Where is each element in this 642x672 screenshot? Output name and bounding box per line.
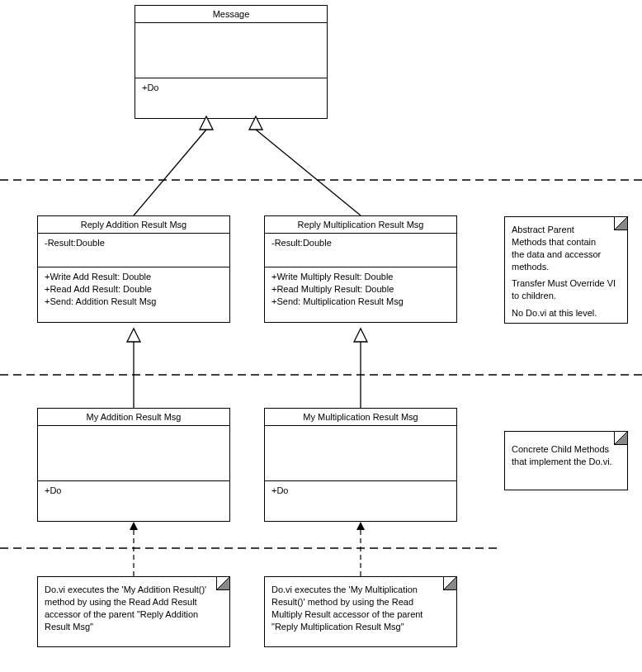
class-attributes — [135, 23, 327, 78]
class-reply-addition: Reply Addition Result Msg -Result:Double… — [37, 215, 230, 323]
class-attributes — [265, 426, 456, 481]
note-line: Abstract Parent — [512, 224, 619, 236]
arrowhead-icon — [356, 522, 365, 530]
note-line: methods. — [512, 261, 619, 273]
class-attributes: -Result:Double — [265, 234, 456, 267]
class-name: My Multiplication Result Msg — [265, 409, 456, 426]
note-abstract-parent: Abstract Parent Methods that contain the… — [504, 216, 628, 324]
note-text: Do.vi executes the 'My Multiplication Re… — [271, 584, 448, 632]
class-reply-multiplication: Reply Multiplication Result Msg -Result:… — [264, 215, 457, 323]
class-attributes: -Result:Double — [38, 234, 229, 267]
note-line: that implement the Do.vi. — [512, 456, 619, 468]
class-operations: +Write Add Result: Double +Read Add Resu… — [38, 267, 229, 322]
note-concrete-child: Concrete Child Methods that implement th… — [504, 431, 628, 490]
operation: +Read Multiply Result: Double — [271, 283, 450, 296]
class-operations: +Write Multiply Result: Double +Read Mul… — [265, 267, 456, 322]
note-do-mul: Do.vi executes the 'My Multiplication Re… — [264, 576, 457, 647]
class-name: Reply Addition Result Msg — [38, 216, 229, 234]
note-line: Transfer Must Override VI — [512, 277, 619, 290]
note-dogear-icon — [443, 577, 456, 590]
note-dogear-icon — [614, 217, 627, 230]
generalization-line — [256, 130, 361, 215]
class-message: Message +Do — [135, 5, 328, 119]
note-text: Do.vi executes the 'My Addition Result()… — [45, 584, 221, 632]
operation: +Send: Addition Result Msg — [45, 296, 223, 308]
generalization-line — [134, 130, 206, 215]
note-line: to children. — [512, 290, 619, 302]
note-do-add: Do.vi executes the 'My Addition Result()… — [37, 576, 230, 647]
note-line: the data and accessor — [512, 248, 619, 261]
operation: +Do — [45, 485, 223, 497]
generalization-arrowhead-icon — [127, 329, 140, 342]
arrowhead-icon — [130, 522, 138, 530]
class-attributes — [38, 426, 229, 481]
class-my-multiplication: My Multiplication Result Msg +Do — [264, 408, 457, 522]
operation: +Write Add Result: Double — [45, 271, 223, 283]
note-dogear-icon — [216, 577, 229, 590]
class-name: Message — [135, 6, 327, 23]
operation: +Do — [271, 485, 450, 497]
note-dogear-icon — [614, 432, 627, 445]
class-operations: +Do — [265, 481, 456, 521]
class-name: Reply Multiplication Result Msg — [265, 216, 456, 234]
generalization-arrowhead-icon — [354, 329, 367, 342]
operation: +Write Multiply Result: Double — [271, 271, 450, 283]
diagram-canvas: Message +Do Reply Addition Result Msg -R… — [0, 0, 642, 672]
class-operations: +Do — [135, 78, 327, 118]
note-line: Concrete Child Methods — [512, 443, 619, 456]
class-operations: +Do — [38, 481, 229, 521]
note-line: No Do.vi at this level. — [512, 307, 619, 319]
class-name: My Addition Result Msg — [38, 409, 229, 426]
attribute: -Result:Double — [45, 237, 223, 249]
operation: +Send: Multiplication Result Msg — [271, 296, 450, 308]
note-line: Methods that contain — [512, 236, 619, 248]
class-my-addition: My Addition Result Msg +Do — [37, 408, 230, 522]
operation: +Read Add Result: Double — [45, 283, 223, 296]
attribute: -Result:Double — [271, 237, 450, 249]
operation: +Do — [142, 82, 320, 94]
